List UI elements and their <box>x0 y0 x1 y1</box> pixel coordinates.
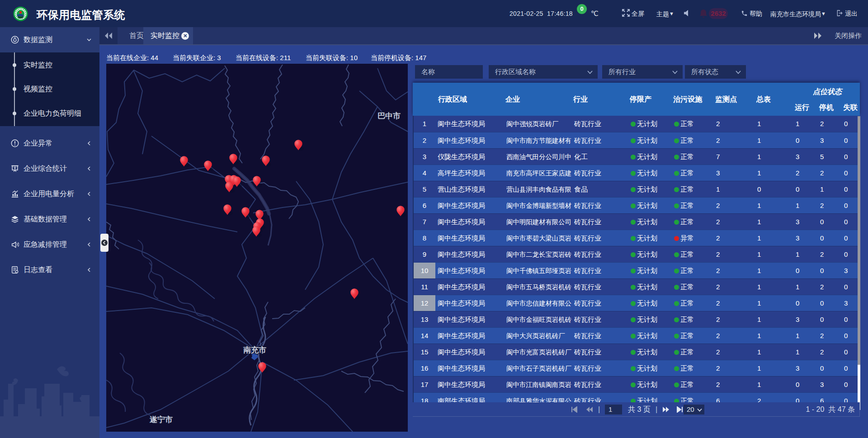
svg-text:巴中市: 巴中市 <box>377 112 401 120</box>
svg-text:遂宁市: 遂宁市 <box>149 415 173 424</box>
svg-text:南充市: 南充市 <box>243 345 266 354</box>
